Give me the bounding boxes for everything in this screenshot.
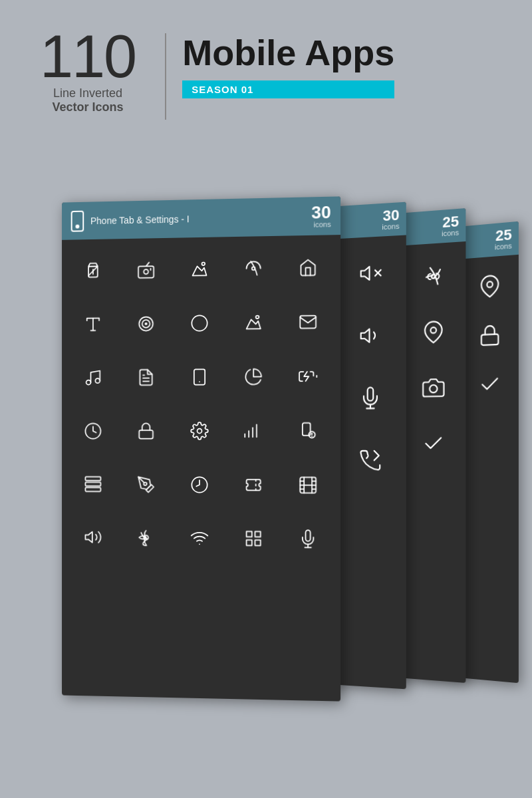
icon-antenna	[406, 247, 460, 305]
big-number: 110	[40, 27, 136, 86]
icon-film	[282, 459, 334, 511]
svg-point-60	[146, 323, 147, 325]
icon-server	[68, 459, 118, 509]
season-badge: SEASON 01	[182, 80, 394, 98]
icon-mail	[282, 296, 334, 348]
icon-camera	[406, 360, 460, 415]
icon-file	[121, 352, 172, 403]
svg-rect-82	[86, 477, 101, 481]
card-1: Phone Tab & Settings - I 30 icons	[62, 196, 340, 701]
icon-microphone2	[340, 366, 401, 428]
svg-point-85	[144, 482, 147, 485]
icon-music	[68, 352, 118, 404]
card-1-count-label: icons	[311, 221, 331, 229]
icon-mountains	[174, 243, 225, 295]
svg-rect-83	[86, 482, 101, 486]
main-title: Mobile Apps	[182, 33, 394, 72]
icon-location	[466, 261, 513, 311]
svg-point-10	[430, 327, 436, 333]
svg-rect-97	[246, 531, 251, 537]
card-2-count-number: 30	[382, 207, 399, 223]
icon-home	[282, 241, 334, 294]
svg-rect-3	[481, 334, 497, 345]
icon-font	[68, 299, 118, 350]
icon-signal	[227, 405, 279, 456]
card-3-count: 25 icons	[442, 214, 459, 237]
svg-point-63	[256, 316, 259, 319]
svg-point-54	[202, 263, 205, 266]
svg-rect-68	[194, 369, 205, 384]
card-2-count-label: icons	[382, 223, 399, 231]
icon-clock	[68, 406, 118, 456]
card-1-header: Phone Tab & Settings - I 30 icons	[62, 196, 340, 239]
icon-lock2	[121, 406, 172, 457]
svg-rect-72	[139, 430, 153, 439]
icon-check	[466, 359, 513, 408]
icon-pen	[121, 459, 172, 510]
icon-settings	[174, 405, 225, 456]
card-2-count: 30 icons	[382, 207, 399, 231]
icon-lock	[466, 310, 513, 360]
card-1-count: 30 icons	[311, 203, 331, 229]
svg-point-51	[144, 269, 148, 274]
title-section: Mobile Apps SEASON 01	[182, 27, 394, 98]
svg-marker-53	[193, 267, 207, 276]
card-1-header-left: Phone Tab & Settings - I	[71, 208, 190, 231]
svg-point-65	[96, 378, 100, 383]
icon-satellite	[227, 243, 279, 295]
svg-rect-50	[138, 267, 154, 279]
icon-volume-off	[340, 241, 401, 305]
svg-rect-100	[246, 540, 251, 545]
icon-wifi2	[174, 513, 225, 564]
svg-rect-98	[255, 532, 260, 537]
svg-point-19	[430, 384, 437, 392]
icon-smartphone	[174, 351, 225, 402]
phone-icon	[71, 210, 84, 231]
number-section: 110 Line Inverted Vector Icons	[40, 27, 136, 114]
subtitle-line1: Line Inverted	[53, 86, 122, 100]
svg-marker-23	[360, 266, 369, 280]
svg-rect-84	[86, 487, 101, 491]
icon-volume-mute	[340, 304, 401, 366]
card-1-icons	[62, 235, 340, 572]
icon-location2	[406, 303, 460, 360]
svg-point-0	[487, 281, 492, 287]
svg-marker-95	[86, 532, 92, 543]
icon-radio	[121, 245, 172, 297]
icon-phone-redirect	[340, 430, 401, 491]
card-1-count-number: 30	[311, 203, 331, 221]
vertical-divider	[165, 33, 166, 120]
svg-point-73	[198, 428, 202, 433]
icon-map-pin	[227, 297, 279, 348]
svg-rect-99	[255, 540, 260, 545]
header-area: 110 Line Inverted Vector Icons Mobile Ap…	[40, 27, 394, 120]
icon-ticket	[227, 459, 279, 510]
svg-point-61	[192, 315, 207, 331]
svg-marker-32	[360, 329, 369, 342]
icon-flashlight	[68, 245, 118, 297]
icon-microphone3	[282, 513, 334, 565]
card-4-count: 25 icons	[495, 227, 512, 251]
card-3-count-label: icons	[442, 229, 459, 237]
icon-battery-charge	[282, 350, 334, 402]
icon-volume	[68, 512, 118, 563]
icon-check2	[406, 416, 460, 470]
svg-marker-62	[246, 320, 260, 329]
icon-phone-settings2	[282, 405, 334, 457]
subtitle-line2: Vector Icons	[53, 100, 124, 114]
icon-clock2	[174, 459, 225, 510]
icon-pie-chart	[227, 351, 279, 403]
icon-grid	[227, 513, 279, 565]
svg-point-64	[86, 380, 91, 385]
card-1-title: Phone Tab & Settings - I	[90, 213, 190, 226]
icon-texture	[121, 298, 172, 349]
icon-flower	[121, 512, 172, 563]
card-4-count-label: icons	[495, 242, 512, 251]
cards-container: 25 icons 4G	[20, 200, 512, 732]
icon-circle	[174, 297, 225, 349]
